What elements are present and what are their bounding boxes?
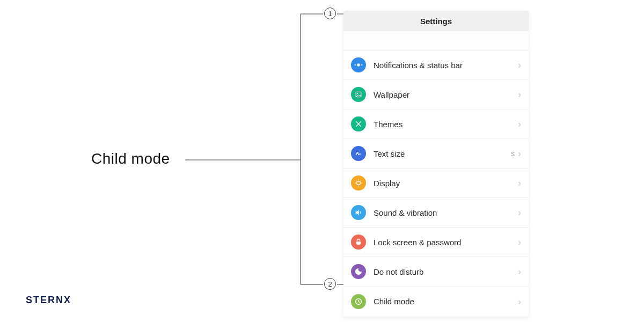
settings-row-label: Do not disturb [374, 267, 518, 276]
child-icon [351, 294, 366, 309]
textsize-icon: AA [351, 146, 366, 161]
settings-row-label: Sound & vibration [374, 208, 518, 217]
chevron-right-icon: › [518, 149, 521, 158]
settings-row-wallpaper[interactable]: Wallpaper› [343, 80, 529, 109]
chevron-right-icon: › [518, 297, 521, 306]
chevron-right-icon: › [518, 208, 521, 217]
svg-rect-12 [356, 241, 361, 244]
settings-row-label: Lock screen & password [374, 238, 518, 247]
settings-row-notifications-status-bar[interactable]: Notifications & status bar› [343, 50, 529, 80]
brand-logo: STERNX [26, 295, 71, 306]
settings-row-label: Themes [374, 120, 518, 129]
chevron-right-icon: › [518, 237, 521, 247]
themes-icon [351, 116, 366, 131]
svg-point-6 [357, 63, 360, 66]
svg-point-8 [357, 93, 358, 94]
wallpaper-icon [351, 87, 366, 102]
notifications-icon [351, 57, 366, 72]
settings-row-themes[interactable]: Themes› [343, 109, 529, 139]
settings-list: Notifications & status bar›Wallpaper›The… [343, 50, 529, 316]
chevron-right-icon: › [518, 267, 521, 276]
svg-text:A: A [359, 152, 361, 156]
sound-icon [351, 205, 366, 220]
settings-row-label: Display [374, 179, 518, 188]
chevron-right-icon: › [518, 60, 521, 70]
chevron-right-icon: › [518, 90, 521, 99]
dnd-icon [351, 264, 366, 279]
settings-row-label: Wallpaper [374, 90, 518, 99]
settings-row-value: s [511, 149, 515, 158]
step-marker-1: 1 [324, 8, 336, 19]
lock-icon [351, 235, 366, 250]
settings-row-label: Child mode [374, 297, 518, 306]
settings-row-child-mode[interactable]: Child mode› [343, 287, 529, 316]
settings-row-do-not-disturb[interactable]: Do not disturb› [343, 257, 529, 287]
chevron-right-icon: › [518, 178, 521, 188]
settings-row-lock-screen-password[interactable]: Lock screen & password› [343, 228, 529, 257]
settings-spacer [343, 31, 529, 50]
chevron-right-icon: › [518, 119, 521, 129]
phone-frame: Settings Notifications & status bar›Wall… [343, 11, 529, 317]
display-icon [351, 175, 366, 191]
callout-label: Child mode [91, 150, 170, 167]
settings-row-text-size[interactable]: AAText sizes› [343, 139, 529, 169]
settings-row-label: Notifications & status bar [374, 61, 518, 70]
step-marker-2: 2 [324, 278, 336, 290]
settings-row-label: Text size [374, 149, 511, 158]
svg-point-11 [357, 181, 361, 185]
settings-row-sound-vibration[interactable]: Sound & vibration› [343, 198, 529, 228]
settings-row-display[interactable]: Display› [343, 169, 529, 198]
settings-title: Settings [420, 17, 452, 26]
settings-header: Settings [343, 11, 529, 31]
